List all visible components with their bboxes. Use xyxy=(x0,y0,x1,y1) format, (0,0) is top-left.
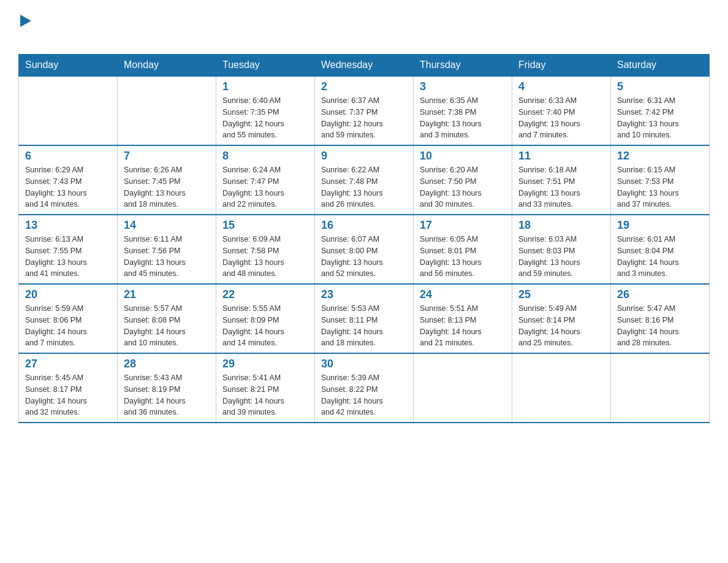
day-info-line: Daylight: 14 hours xyxy=(617,257,703,269)
day-info-line: Sunrise: 5:41 AM xyxy=(222,372,308,384)
day-info-line: Sunrise: 6:37 AM xyxy=(321,95,407,107)
calendar-cell: 23Sunrise: 5:53 AMSunset: 8:11 PMDayligh… xyxy=(315,284,414,353)
day-info-line: Daylight: 13 hours xyxy=(420,118,506,130)
day-info: Sunrise: 5:41 AMSunset: 8:21 PMDaylight:… xyxy=(222,372,308,418)
day-info-line: Sunrise: 6:18 AM xyxy=(518,164,604,176)
calendar-cell: 27Sunrise: 5:45 AMSunset: 8:17 PMDayligh… xyxy=(19,353,118,423)
calendar-cell xyxy=(118,76,216,145)
day-info: Sunrise: 5:45 AMSunset: 8:17 PMDaylight:… xyxy=(25,372,111,418)
day-info-line: and 14 minutes. xyxy=(25,199,111,210)
day-info-line: Daylight: 14 hours xyxy=(25,326,111,338)
day-info-line: Sunset: 7:43 PM xyxy=(25,176,111,188)
day-info: Sunrise: 5:43 AMSunset: 8:19 PMDaylight:… xyxy=(124,372,210,418)
day-info-line: Daylight: 13 hours xyxy=(420,188,506,199)
day-info-line: Sunrise: 6:29 AM xyxy=(25,164,111,176)
logo xyxy=(18,12,31,48)
day-number: 20 xyxy=(25,288,111,301)
day-info-line: and 28 minutes. xyxy=(617,337,703,349)
week-row-1: 1Sunrise: 6:40 AMSunset: 7:35 PMDaylight… xyxy=(19,76,710,145)
day-info-line: and 52 minutes. xyxy=(321,268,407,280)
day-info-line: and 10 minutes. xyxy=(617,129,703,141)
calendar-cell: 7Sunrise: 6:26 AMSunset: 7:45 PMDaylight… xyxy=(118,145,216,215)
day-info-line: Sunrise: 6:31 AM xyxy=(617,95,703,107)
calendar-cell: 9Sunrise: 6:22 AMSunset: 7:48 PMDaylight… xyxy=(315,145,414,215)
calendar-cell: 25Sunrise: 5:49 AMSunset: 8:14 PMDayligh… xyxy=(512,284,611,353)
day-number: 28 xyxy=(124,358,210,370)
day-info: Sunrise: 5:59 AMSunset: 8:06 PMDaylight:… xyxy=(25,303,111,349)
calendar-cell: 5Sunrise: 6:31 AMSunset: 7:42 PMDaylight… xyxy=(611,76,710,145)
day-info-line: Sunrise: 5:43 AM xyxy=(124,372,210,384)
day-info-line: Daylight: 13 hours xyxy=(222,257,308,269)
day-info-line: and 14 minutes. xyxy=(222,337,308,349)
day-info-line: Sunrise: 6:33 AM xyxy=(518,95,604,107)
day-info-line: Sunset: 8:04 PM xyxy=(617,245,703,257)
day-info-line: Daylight: 13 hours xyxy=(222,188,308,199)
day-info-line: Sunset: 8:16 PM xyxy=(617,315,703,326)
calendar-cell: 12Sunrise: 6:15 AMSunset: 7:53 PMDayligh… xyxy=(611,145,710,215)
logo-arrow-icon xyxy=(20,15,31,27)
weekday-header-row: SundayMondayTuesdayWednesdayThursdayFrid… xyxy=(19,55,710,77)
day-info-line: Sunset: 7:38 PM xyxy=(420,107,506,118)
day-info-line: Sunset: 7:56 PM xyxy=(124,245,210,257)
day-number: 8 xyxy=(222,150,308,163)
day-info: Sunrise: 6:22 AMSunset: 7:48 PMDaylight:… xyxy=(321,164,407,210)
day-info-line: and 42 minutes. xyxy=(321,407,407,418)
day-number: 26 xyxy=(617,288,703,301)
weekday-header-friday: Friday xyxy=(512,55,611,77)
day-info-line: Sunrise: 6:22 AM xyxy=(321,164,407,176)
day-info-line: Sunset: 8:01 PM xyxy=(420,245,506,257)
day-number: 1 xyxy=(222,80,308,93)
day-info: Sunrise: 6:01 AMSunset: 8:04 PMDaylight:… xyxy=(617,234,703,280)
day-info-line: Daylight: 12 hours xyxy=(321,118,407,130)
day-info-line: Sunrise: 6:20 AM xyxy=(420,164,506,176)
day-info-line: and 18 minutes. xyxy=(321,337,407,349)
day-info-line: Sunset: 8:17 PM xyxy=(25,384,111,396)
day-number: 14 xyxy=(124,219,210,232)
day-info-line: Sunrise: 6:11 AM xyxy=(124,234,210,245)
weekday-header-wednesday: Wednesday xyxy=(315,55,414,77)
day-info-line: and 10 minutes. xyxy=(124,337,210,349)
day-info-line: Sunrise: 6:09 AM xyxy=(222,234,308,245)
calendar-cell: 18Sunrise: 6:03 AMSunset: 8:03 PMDayligh… xyxy=(512,215,611,284)
day-info-line: Sunrise: 6:03 AM xyxy=(518,234,604,245)
day-info-line: Daylight: 13 hours xyxy=(518,257,604,269)
day-number: 7 xyxy=(124,150,210,163)
day-info-line: Sunset: 8:21 PM xyxy=(222,384,308,396)
day-info-line: Sunset: 7:50 PM xyxy=(420,176,506,188)
day-info: Sunrise: 6:35 AMSunset: 7:38 PMDaylight:… xyxy=(420,95,506,141)
day-info-line: and 36 minutes. xyxy=(124,407,210,418)
day-number: 25 xyxy=(518,288,604,301)
day-info-line: Sunset: 8:22 PM xyxy=(321,384,407,396)
day-info: Sunrise: 6:26 AMSunset: 7:45 PMDaylight:… xyxy=(124,164,210,210)
day-info-line: Sunset: 7:51 PM xyxy=(518,176,604,188)
day-number: 11 xyxy=(518,150,604,163)
day-number: 19 xyxy=(617,219,703,232)
calendar-cell: 2Sunrise: 6:37 AMSunset: 7:37 PMDaylight… xyxy=(315,76,414,145)
day-number: 27 xyxy=(25,358,111,370)
day-info-line: and 32 minutes. xyxy=(25,407,111,418)
day-info: Sunrise: 5:39 AMSunset: 8:22 PMDaylight:… xyxy=(321,372,407,418)
day-info: Sunrise: 5:51 AMSunset: 8:13 PMDaylight:… xyxy=(420,303,506,349)
calendar-cell: 29Sunrise: 5:41 AMSunset: 8:21 PMDayligh… xyxy=(216,353,315,423)
header xyxy=(18,12,710,48)
calendar-cell: 28Sunrise: 5:43 AMSunset: 8:19 PMDayligh… xyxy=(118,353,216,423)
day-info-line: and 30 minutes. xyxy=(420,199,506,210)
calendar-cell: 15Sunrise: 6:09 AMSunset: 7:58 PMDayligh… xyxy=(216,215,315,284)
day-info: Sunrise: 6:24 AMSunset: 7:47 PMDaylight:… xyxy=(222,164,308,210)
day-info-line: Sunset: 8:03 PM xyxy=(518,245,604,257)
calendar-cell: 8Sunrise: 6:24 AMSunset: 7:47 PMDaylight… xyxy=(216,145,315,215)
day-info-line: Sunset: 8:08 PM xyxy=(124,315,210,326)
day-info-line: Sunrise: 6:35 AM xyxy=(420,95,506,107)
day-info-line: Daylight: 14 hours xyxy=(222,326,308,338)
day-info-line: Daylight: 14 hours xyxy=(420,326,506,338)
calendar-table: SundayMondayTuesdayWednesdayThursdayFrid… xyxy=(18,54,710,423)
weekday-header-thursday: Thursday xyxy=(414,55,512,77)
week-row-3: 13Sunrise: 6:13 AMSunset: 7:55 PMDayligh… xyxy=(19,215,710,284)
day-info-line: Daylight: 13 hours xyxy=(124,188,210,199)
day-info: Sunrise: 5:53 AMSunset: 8:11 PMDaylight:… xyxy=(321,303,407,349)
day-info-line: and 56 minutes. xyxy=(420,268,506,280)
day-info-line: and 48 minutes. xyxy=(222,268,308,280)
day-info: Sunrise: 6:40 AMSunset: 7:35 PMDaylight:… xyxy=(222,95,308,141)
day-info-line: Sunset: 7:42 PM xyxy=(617,107,703,118)
day-number: 10 xyxy=(420,150,506,163)
